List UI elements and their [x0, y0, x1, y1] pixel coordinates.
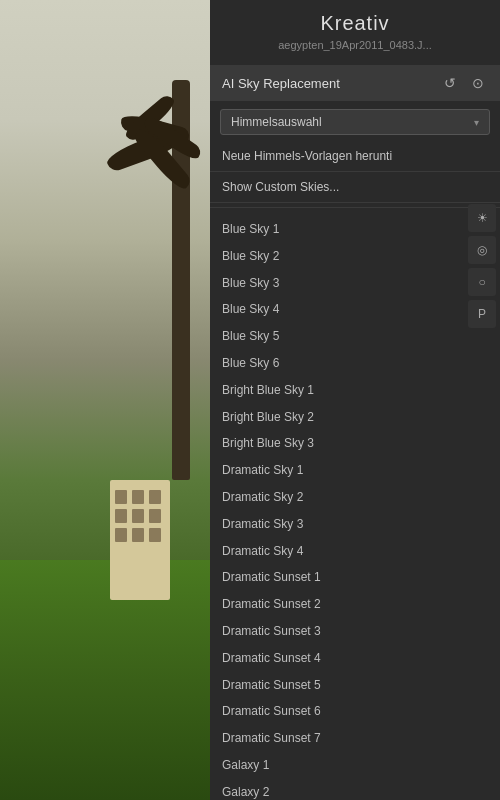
palm-tree — [172, 80, 190, 480]
right-panel: Kreativ aegypten_19Apr2011_0483.J... AI … — [210, 0, 500, 800]
panel-header: AI Sky Replacement ↺ ⊙ — [210, 65, 500, 101]
sky-list-item[interactable]: Blue Sky 4 — [210, 296, 500, 323]
sky-list-item[interactable]: Blue Sky 2 — [210, 243, 500, 270]
reset-icon[interactable]: ↺ — [440, 73, 460, 93]
sky-list-item[interactable]: Blue Sky 5 — [210, 323, 500, 350]
sky-list-item[interactable]: Galaxy 2 — [210, 779, 500, 800]
panel-icons: ↺ ⊙ — [440, 73, 488, 93]
sky-list-item[interactable]: Dramatic Sunset 4 — [210, 645, 500, 672]
preview-icon[interactable]: P — [468, 300, 496, 328]
sky-list: Blue Sky 1Blue Sky 2Blue Sky 3Blue Sky 4… — [210, 212, 500, 800]
menu-divider — [210, 207, 500, 208]
dropdown-container: Himmelsauswahl ▾ — [210, 103, 500, 141]
sky-list-item[interactable]: Dramatic Sky 3 — [210, 511, 500, 538]
target-icon[interactable]: ◎ — [468, 236, 496, 264]
sky-list-item[interactable]: Dramatic Sky 2 — [210, 484, 500, 511]
panel-title: AI Sky Replacement — [222, 76, 340, 91]
photo-panel — [0, 0, 210, 800]
sky-list-item[interactable]: Bright Blue Sky 1 — [210, 377, 500, 404]
sky-dropdown[interactable]: Himmelsauswahl ▾ — [220, 109, 490, 135]
side-tools: ☀◎○P — [464, 200, 500, 332]
sky-list-item[interactable]: Dramatic Sky 4 — [210, 538, 500, 565]
sky-list-item[interactable]: Dramatic Sunset 5 — [210, 672, 500, 699]
sky-list-item[interactable]: Blue Sky 1 — [210, 216, 500, 243]
sky-list-item[interactable]: Blue Sky 3 — [210, 270, 500, 297]
sky-list-item[interactable]: Dramatic Sunset 2 — [210, 591, 500, 618]
sky-list-item[interactable]: Bright Blue Sky 3 — [210, 430, 500, 457]
sky-list-item[interactable]: Dramatic Sunset 7 — [210, 725, 500, 752]
header: Kreativ aegypten_19Apr2011_0483.J... — [210, 0, 500, 65]
lawn-area — [0, 560, 210, 800]
file-name: aegypten_19Apr2011_0483.J... — [226, 39, 484, 51]
sky-list-item[interactable]: Dramatic Sunset 6 — [210, 698, 500, 725]
sky-list-item[interactable]: Blue Sky 6 — [210, 350, 500, 377]
sky-list-item[interactable]: Dramatic Sky 1 — [210, 457, 500, 484]
circle-icon[interactable]: ○ — [468, 268, 496, 296]
menu-container[interactable]: Neue Himmels-Vorlagen herunti Show Custo… — [210, 141, 500, 800]
building — [110, 480, 170, 600]
show-custom-skies-item[interactable]: Show Custom Skies... — [210, 172, 500, 203]
sky-list-item[interactable]: Galaxy 1 — [210, 752, 500, 779]
sky-list-item[interactable]: Dramatic Sunset 1 — [210, 564, 500, 591]
download-skies-item[interactable]: Neue Himmels-Vorlagen herunti — [210, 141, 500, 172]
settings-icon[interactable]: ⊙ — [468, 73, 488, 93]
sky-list-item[interactable]: Dramatic Sunset 3 — [210, 618, 500, 645]
sky-list-item[interactable]: Bright Blue Sky 2 — [210, 404, 500, 431]
dropdown-arrow: ▾ — [474, 117, 479, 128]
app-title: Kreativ — [226, 12, 484, 35]
dropdown-label: Himmelsauswahl — [231, 115, 322, 129]
sun-icon[interactable]: ☀ — [468, 204, 496, 232]
